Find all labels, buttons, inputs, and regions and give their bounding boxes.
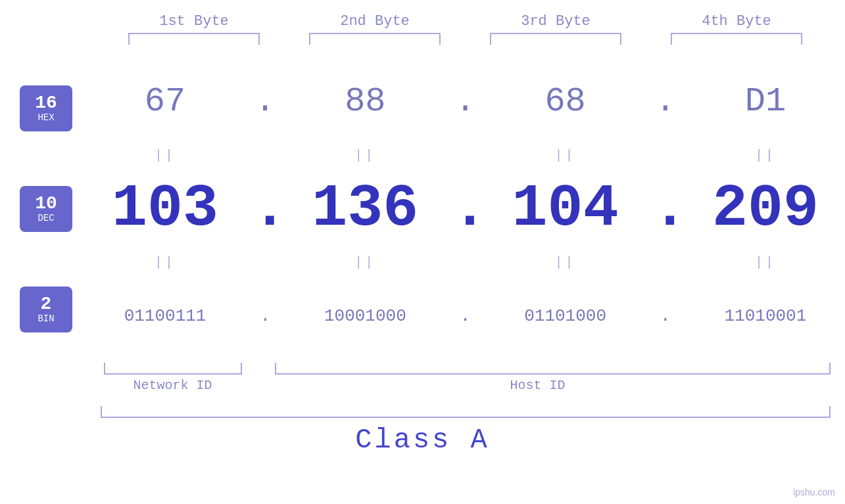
bin-number: 2 — [41, 295, 52, 313]
dec-name: DEC — [37, 213, 54, 223]
dec-val-3: 104 — [493, 175, 638, 242]
bin-val-1: 01100111 — [93, 306, 237, 326]
eq1-4: || — [693, 148, 838, 163]
byte2-header: 2nd Byte — [302, 13, 447, 30]
dec-row: 103 . 136 . 104 . 209 — [85, 165, 845, 252]
eq1-3: || — [493, 148, 638, 163]
hex-val-2: 88 — [293, 82, 437, 121]
watermark: ipshu.com — [793, 487, 835, 497]
eq2-3: || — [493, 255, 638, 270]
top-bracket-1 — [128, 33, 260, 45]
hex-row: 67 . 88 . 68 . D1 — [85, 58, 845, 145]
full-bottom-bracket — [101, 406, 831, 418]
network-id-label: Network ID — [101, 378, 245, 393]
host-id-label: Host ID — [245, 378, 831, 393]
bin-dot-2: . — [452, 306, 478, 326]
bin-dot-1: . — [252, 306, 278, 326]
byte1-header: 1st Byte — [122, 13, 266, 30]
eq2-4: || — [693, 255, 838, 270]
hex-badge: 16 HEX — [20, 85, 72, 131]
dec-dot-2: . — [452, 175, 478, 242]
dec-number: 10 — [35, 195, 57, 213]
base-labels: 16 HEX 10 DEC 2 BIN — [0, 58, 85, 360]
bin-val-4: 11010001 — [693, 306, 838, 326]
dec-val-2: 136 — [293, 175, 437, 242]
eq2-1: || — [93, 255, 237, 270]
bin-row: 01100111 . 10001000 . 01101000 . — [85, 273, 845, 360]
bin-dot-3: . — [652, 306, 679, 326]
hex-dot-3: . — [652, 82, 679, 121]
dec-dot-3: . — [652, 175, 679, 242]
dec-badge: 10 DEC — [20, 186, 72, 232]
hex-number: 16 — [35, 94, 57, 112]
hex-val-3: 68 — [493, 82, 638, 121]
eq1-1: || — [93, 148, 237, 163]
byte4-header: 4th Byte — [664, 13, 809, 30]
main-container: 1st Byte 2nd Byte 3rd Byte 4th Byte 16 H… — [0, 0, 845, 504]
bin-badge: 2 BIN — [20, 286, 72, 332]
hex-val-1: 67 — [93, 82, 237, 121]
eq2-2: || — [293, 255, 437, 270]
top-bracket-4 — [671, 33, 802, 45]
bin-val-3: 01101000 — [493, 306, 638, 326]
hex-name: HEX — [37, 112, 54, 123]
equals-row-2: || || || || — [85, 253, 845, 273]
bin-name: BIN — [37, 313, 54, 324]
class-label-row: Class A — [0, 424, 845, 456]
hex-dot-1: . — [252, 82, 278, 121]
eq1-2: || — [293, 148, 437, 163]
top-bracket-2 — [309, 33, 441, 45]
hex-dot-2: . — [452, 82, 478, 121]
bin-val-2: 10001000 — [293, 306, 437, 326]
network-id-bracket — [104, 363, 242, 375]
bottom-brackets-container — [101, 363, 831, 375]
host-id-bracket — [275, 363, 831, 375]
id-labels-container: Network ID Host ID — [101, 378, 831, 393]
byte-headers: 1st Byte 2nd Byte 3rd Byte 4th Byte — [104, 13, 827, 30]
values-grid: 67 . 88 . 68 . D1 — [85, 58, 845, 360]
dec-dot-1: . — [252, 175, 278, 242]
content-area: 16 HEX 10 DEC 2 BIN 67 . — [0, 58, 845, 360]
bracket-gap — [242, 363, 275, 375]
byte3-header: 3rd Byte — [483, 13, 628, 30]
dec-val-4: 209 — [693, 175, 838, 242]
hex-val-4: D1 — [693, 82, 838, 121]
dec-val-1: 103 — [93, 175, 237, 242]
equals-row-1: || || || || — [85, 145, 845, 165]
class-label: Class A — [355, 424, 489, 456]
top-bracket-3 — [490, 33, 621, 45]
top-brackets-row — [104, 33, 827, 45]
